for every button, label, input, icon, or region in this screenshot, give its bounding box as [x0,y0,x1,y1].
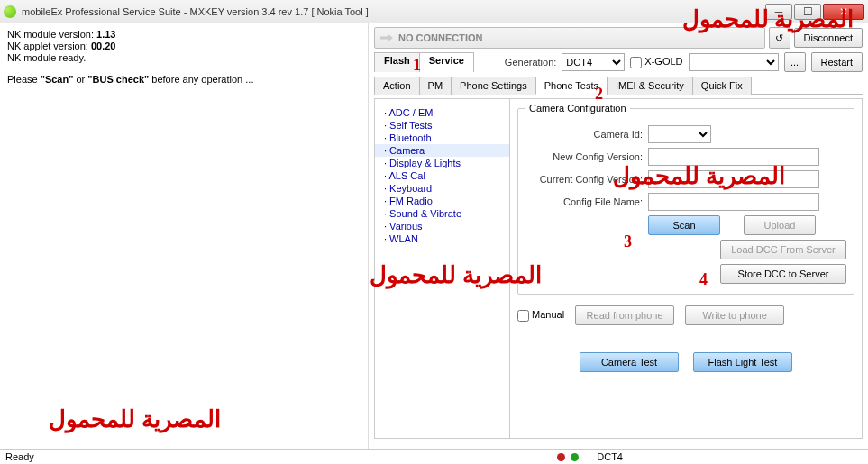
scan-button[interactable]: Scan [648,215,720,235]
xgold-select[interactable] [689,53,779,71]
minimize-button[interactable]: ─ [765,4,792,20]
config-file-label: Config File Name: [525,196,643,207]
app-icon [4,5,16,18]
camera-id-select[interactable] [648,125,711,143]
status-bar: Ready DCT4 [0,449,868,464]
flash-light-test-button[interactable]: Flash Light Test [693,352,792,372]
test-item[interactable]: · FM Radio [375,195,509,207]
read-from-phone-button[interactable]: Read from phone [575,305,674,325]
status-ready: Ready [5,451,34,462]
dots-button[interactable]: ... [784,52,806,72]
write-to-phone-button[interactable]: Write to phone [685,305,784,325]
close-button[interactable]: ✕ [823,4,864,20]
tab-imei-security[interactable]: IMEI & Security [607,77,693,95]
tab-label: Service [429,55,464,66]
manual-check[interactable] [517,310,529,322]
tab-flash[interactable]: Flash [374,52,420,72]
config-file-input[interactable] [648,193,819,211]
led-green-icon [571,453,579,461]
tab-quick-fix[interactable]: Quick Fix [692,77,752,95]
disconnect-button[interactable]: Disconnect [794,28,863,48]
xgold-label: X-GOLD [644,56,682,67]
upload-button[interactable]: Upload [744,215,816,235]
log-text: Please [7,74,41,85]
log-text: NK applet version: [7,41,91,51]
status-gen: DCT4 [597,451,623,462]
new-config-input[interactable] [648,148,819,166]
camera-config-legend: Camera Configuration [525,103,630,114]
log-text: or [73,74,87,85]
test-item[interactable]: · Various [375,220,509,232]
camera-config-group: Camera Configuration Camera Id: New Conf… [517,103,854,295]
log-value: 1.13 [96,29,115,40]
tab-label: Flash [384,55,410,66]
tab-pm[interactable]: PM [419,77,452,95]
service-tabs: Action PM Phone Settings Phone Tests IME… [374,76,863,95]
log-text: before any operation ... [149,74,253,85]
test-list: · ADC / EM· Self Tests· Bluetooth· Camer… [375,99,510,438]
mode-tabs: Flash Service [374,52,473,72]
window-title: mobileEx Professional Service Suite - MX… [22,6,765,17]
test-item[interactable]: · Sound & Vibrate [375,207,509,220]
test-item[interactable]: · WLAN [375,232,509,245]
camera-test-button[interactable]: Camera Test [580,352,679,372]
plug-icon [380,32,393,44]
restart-button[interactable]: Restart [811,52,863,72]
log-text: "BUS check" [87,74,149,85]
store-dcc-button[interactable]: Store DCC to Server [720,264,846,284]
tab-phone-tests[interactable]: Phone Tests [535,77,608,95]
new-config-label: New Config Version: [525,151,643,162]
xgold-checkbox[interactable]: X-GOLD [630,56,682,68]
test-item[interactable]: · ALS Cal [375,169,509,182]
tab-service[interactable]: Service [419,52,474,72]
led-red-icon [557,453,565,461]
titlebar: mobileEx Professional Service Suite - MX… [0,0,868,23]
tab-phone-settings[interactable]: Phone Settings [451,77,536,95]
log-text: NK module ready. [7,52,361,63]
connection-status: NO CONNECTION [374,27,765,49]
load-dcc-button[interactable]: Load DCC From Server [720,240,846,259]
log-panel: NK module version: 1.13 NK applet versio… [0,23,368,449]
log-value: 00.20 [91,41,116,51]
log-text: "Scan" [41,74,74,85]
manual-label: Manual [532,309,564,320]
test-item[interactable]: · Self Tests [375,119,509,132]
connection-text: NO CONNECTION [398,32,483,43]
test-item[interactable]: · Display & Lights [375,157,509,169]
refresh-conn-button[interactable]: ↺ [769,27,790,49]
camera-id-label: Camera Id: [525,129,643,140]
xgold-check[interactable] [630,57,642,68]
log-text: NK module version: [7,29,96,40]
tab-action[interactable]: Action [374,77,420,95]
camera-form: Camera Configuration Camera Id: New Conf… [510,99,862,438]
test-item[interactable]: · Camera [375,144,509,157]
maximize-button[interactable]: ☐ [794,4,821,20]
test-item[interactable]: · Bluetooth [375,132,509,144]
generation-select[interactable]: DCT4 [562,53,625,71]
generation-label: Generation: [505,57,556,68]
current-config-input[interactable] [648,170,819,188]
test-item[interactable]: · Keyboard [375,182,509,195]
test-item[interactable]: · ADC / EM [375,106,509,119]
manual-checkbox[interactable]: Manual [517,309,564,322]
current-config-label: Current Config Version: [525,174,643,185]
